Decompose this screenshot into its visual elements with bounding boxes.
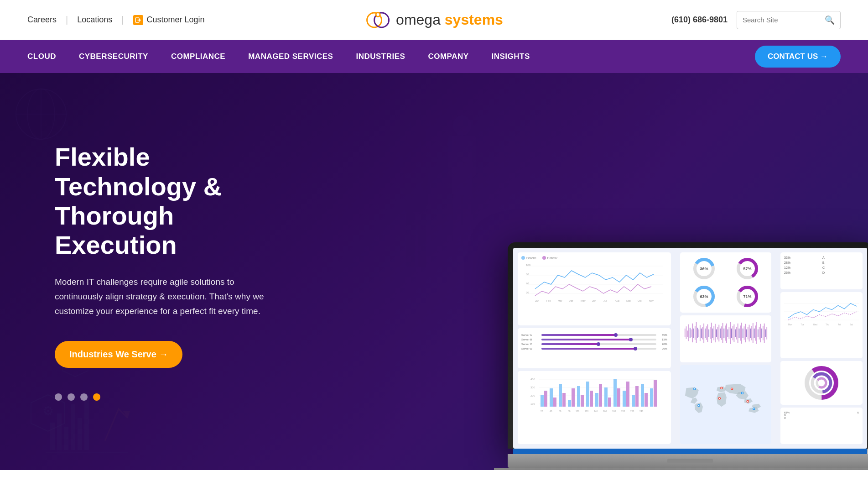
search-bar: 🔍 [737, 11, 841, 29]
logo[interactable]: omega systems [365, 7, 503, 33]
svg-text:Nov: Nov [649, 299, 654, 302]
svg-point-177 [694, 388, 695, 389]
svg-rect-74 [604, 387, 608, 407]
logo-omega: omega [396, 11, 445, 28]
search-button[interactable]: 🔍 [819, 11, 840, 29]
svg-text:60: 60 [559, 410, 561, 413]
nav-item-managed-services[interactable]: MANAGED SERVICES [248, 52, 333, 61]
svg-text:Mar: Mar [558, 299, 562, 302]
svg-text:57%: 57% [743, 267, 751, 271]
svg-rect-152 [738, 324, 738, 343]
logo-text: omega systems [396, 11, 503, 28]
svg-rect-168 [758, 330, 759, 337]
svg-rect-81 [635, 386, 639, 407]
svg-text:100: 100 [530, 403, 535, 405]
svg-rect-150 [735, 330, 736, 337]
careers-link[interactable]: Careers [27, 15, 57, 25]
svg-point-179 [721, 387, 722, 389]
hero-dot-1[interactable] [55, 393, 62, 401]
hero-dot-3[interactable] [80, 393, 88, 401]
svg-rect-111 [686, 326, 687, 339]
svg-rect-140 [722, 323, 723, 343]
svg-text:240: 240 [639, 410, 644, 413]
svg-text:Aug: Aug [615, 299, 619, 302]
svg-rect-121 [698, 330, 699, 337]
svg-rect-66 [568, 400, 571, 407]
svg-point-183 [742, 392, 743, 394]
svg-rect-71 [590, 391, 593, 407]
svg-point-191 [753, 408, 754, 409]
contact-us-button[interactable]: CONTACT US → [755, 46, 841, 68]
nav-item-compliance[interactable]: COMPLIANCE [171, 52, 225, 61]
svg-rect-158 [745, 324, 746, 342]
svg-rect-80 [632, 395, 635, 407]
industries-cta-button[interactable]: Industries We Serve → [55, 341, 182, 368]
svg-text:May: May [581, 299, 586, 302]
svg-rect-69 [581, 395, 584, 407]
right-donut-panel [780, 361, 863, 405]
svg-rect-84 [650, 388, 653, 407]
nav-item-insights[interactable]: INSIGHTS [492, 52, 530, 61]
svg-rect-122 [700, 325, 701, 341]
svg-text:Jun: Jun [592, 299, 596, 302]
slider-server-a: Server A 65% [521, 334, 667, 336]
phone-number: (610) 686-9801 [671, 15, 728, 25]
nav-item-cybersecurity[interactable]: CYBERSECURITY [79, 52, 148, 61]
line-chart-svg: 100 60 40 20 Jan Feb [521, 262, 667, 303]
svg-rect-160 [748, 327, 748, 340]
svg-rect-70 [586, 382, 589, 407]
customer-login-link[interactable]: Customer Login [133, 15, 205, 25]
slider-server-b: Server B 13% [521, 338, 667, 341]
hero-dot-2[interactable] [68, 393, 75, 401]
svg-rect-144 [728, 330, 728, 337]
locations-link[interactable]: Locations [77, 15, 112, 25]
svg-text:400: 400 [530, 378, 535, 381]
svg-rect-166 [755, 325, 756, 340]
svg-rect-72 [595, 393, 598, 407]
svg-rect-129 [708, 330, 709, 337]
svg-rect-169 [759, 327, 760, 340]
donut-63: 63% [684, 284, 724, 309]
login-label: Customer Login [147, 15, 205, 25]
laptop-screen-frame: Date01 Date02 100 6 [508, 242, 868, 449]
svg-rect-75 [608, 398, 611, 407]
search-input[interactable] [737, 12, 819, 27]
svg-rect-119 [696, 322, 697, 343]
svg-text:120: 120 [585, 410, 589, 413]
svg-rect-64 [559, 384, 562, 407]
nav-item-industries[interactable]: INDUSTRIES [356, 52, 405, 61]
bar-chart-panel: 400 300 200 100 [518, 371, 671, 444]
svg-text:80: 80 [568, 410, 571, 413]
world-map-svg [680, 365, 771, 444]
nav-item-company[interactable]: COMPANY [428, 52, 468, 61]
svg-rect-127 [706, 326, 707, 340]
hero-dot-4[interactable] [93, 393, 100, 401]
svg-rect-167 [756, 322, 757, 344]
svg-rect-149 [733, 324, 734, 342]
svg-rect-120 [697, 328, 698, 338]
svg-rect-134 [715, 324, 716, 342]
svg-rect-155 [741, 323, 742, 344]
slider-panel: Server A 65% Server B [518, 328, 671, 368]
donut-57: 57% [727, 256, 768, 281]
right-line-chart-svg: Mon Tue Wed Thu Fri Sat [784, 296, 859, 328]
svg-rect-133 [713, 326, 714, 340]
svg-rect-73 [599, 384, 602, 407]
svg-text:Thu: Thu [826, 324, 829, 326]
donut-panel: 36% 57% [680, 252, 771, 313]
svg-text:300: 300 [530, 386, 535, 389]
svg-rect-60 [541, 395, 544, 407]
svg-rect-115 [691, 330, 692, 337]
nav-item-cloud[interactable]: CLOUD [27, 52, 56, 61]
svg-text:Jan: Jan [535, 299, 539, 302]
svg-text:Jul: Jul [603, 299, 607, 302]
svg-rect-161 [749, 325, 750, 342]
svg-rect-164 [753, 323, 754, 343]
svg-text:140: 140 [594, 410, 598, 413]
top-bar-left: Careers | Locations | Customer Login [27, 15, 205, 25]
nav-bar: CLOUD CYBERSECURITY COMPLIANCE MANAGED S… [0, 40, 868, 73]
svg-point-185 [719, 398, 720, 399]
svg-rect-145 [728, 327, 729, 339]
login-icon [133, 15, 143, 25]
divider-2: | [121, 15, 124, 25]
